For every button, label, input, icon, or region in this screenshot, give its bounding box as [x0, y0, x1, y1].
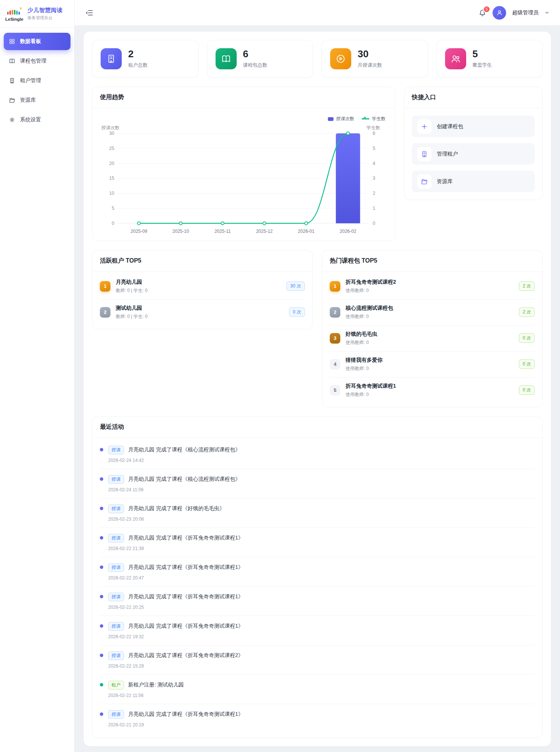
notification-bell-icon[interactable]: 5	[478, 9, 487, 17]
activity-timestamp: 2026-02-21 20:19	[108, 722, 243, 728]
activity-dot-icon	[100, 477, 103, 481]
svg-text:授课次数: 授课次数	[101, 125, 119, 130]
building-icon	[106, 53, 116, 64]
rank-badge: 2	[100, 307, 110, 318]
dashboard-icon	[9, 38, 15, 45]
sidebar: LeSingle 少儿智慧阅读 服务管理后台 数据看板 课程包管理 租户管理	[0, 0, 75, 752]
package-rank-row[interactable]: 5 折耳兔奇奇测试课程1 使用教师: 0 0 次	[330, 377, 535, 403]
activity-row[interactable]: 授课 月亮幼儿园 完成了课程《折耳兔奇奇测试课程2》 2026-02-22 15…	[100, 645, 535, 674]
usage-count-chip: 0 次	[519, 385, 535, 395]
sidebar-menu: 数据看板 课程包管理 租户管理 资源库 系统设置	[0, 28, 74, 136]
rank-badge: 5	[330, 385, 340, 396]
svg-text:2: 2	[373, 191, 375, 196]
panel-title: 活跃租户 TOP5	[92, 251, 312, 272]
user-avatar[interactable]	[493, 6, 506, 20]
activity-timestamp: 2026-02-22 20:47	[108, 575, 243, 581]
activity-row[interactable]: 授课 月亮幼儿园 完成了课程《折耳兔奇奇测试课程1》 2026-02-22 20…	[100, 557, 535, 586]
activity-dot-icon	[100, 566, 103, 569]
recent-activities-panel: 最近活动 授课 月亮幼儿园 完成了课程《核心流程测试课程包》	[92, 416, 543, 738]
rank-badge: 1	[330, 281, 340, 292]
activity-text: 月亮幼儿园 完成了课程《好饿的毛毛虫》	[128, 505, 225, 512]
activity-dot-icon	[100, 448, 103, 451]
stat-label: 课程包总数	[243, 62, 268, 69]
quick-entry-label: 创建课程包	[437, 123, 463, 130]
svg-text:25: 25	[109, 146, 115, 151]
stat-label: 月授课次数	[358, 62, 382, 69]
activity-dot-icon	[100, 654, 103, 657]
quick-entry-item[interactable]: 创建课程包	[412, 116, 535, 137]
legend-line-series[interactable]: 学生数	[362, 116, 386, 122]
user-icon	[496, 9, 503, 16]
stat-card: 5 覆盖学生	[436, 40, 543, 78]
activity-dot-icon	[100, 507, 103, 510]
stat-value: 30	[358, 49, 382, 59]
svg-text:学生数: 学生数	[367, 125, 380, 130]
svg-text:2026-02: 2026-02	[340, 229, 356, 234]
sidebar-collapse-button[interactable]	[85, 9, 93, 17]
activity-row[interactable]: 授课 月亮幼儿园 完成了课程《好饿的毛毛虫》 2026-02-23 20:06	[100, 498, 535, 527]
sidebar-item-label: 数据看板	[20, 38, 41, 45]
svg-text:0: 0	[373, 221, 375, 226]
plus-icon	[421, 123, 428, 130]
activity-row[interactable]: 授课 月亮幼儿园 完成了课程《折耳兔奇奇测试课程1》 2026-02-22 20…	[100, 586, 535, 616]
activity-row[interactable]: 授课 月亮幼儿园 完成了课程《折耳兔奇奇测试课程1》 2026-02-21 20…	[100, 704, 535, 733]
package-rank-row[interactable]: 2 核心流程测试课程包 使用教师: 0 2 次	[330, 299, 535, 325]
sidebar-item[interactable]: 数据看板	[4, 33, 70, 50]
quick-entry-label: 管理租户	[437, 151, 458, 157]
app-title: 少儿智慧阅读	[28, 7, 63, 14]
quick-entry-panel: 快捷入口 创建课程包	[404, 87, 543, 200]
activity-text: 月亮幼儿园 完成了课程《折耳兔奇奇测试课程1》	[128, 623, 243, 630]
sidebar-item-label: 资源库	[20, 97, 36, 104]
usage-count-chip: 2 次	[519, 307, 535, 317]
stat-value: 2	[128, 49, 148, 59]
tenant-rank-row[interactable]: 2 测试幼儿园 教师: 0 | 学生: 0 0 次	[100, 299, 305, 325]
active-tenants-panel: 活跃租户 TOP5 1 月亮幼儿园 教师: 0 | 学生: 0 30 次	[92, 250, 313, 329]
package-meta: 使用教师: 0	[346, 287, 514, 294]
legend-bar-series[interactable]: 授课次数	[328, 116, 354, 122]
activity-tag: 授课	[108, 563, 124, 572]
package-name: 猜猜我有多爱你	[346, 357, 514, 364]
activity-timestamp: 2026-02-22 15:29	[108, 663, 243, 669]
activity-timestamp: 2026-02-24 14:42	[108, 458, 240, 463]
activity-timestamp: 2026-02-22 20:25	[108, 605, 243, 610]
users-icon	[450, 53, 461, 64]
svg-text:5: 5	[373, 146, 375, 151]
sidebar-item[interactable]: 课程包管理	[4, 52, 70, 70]
activity-row[interactable]: 租户 新租户注册: 测试幼儿园 2026-02-22 11:56	[100, 674, 535, 704]
tenant-meta: 教师: 0 | 学生: 0	[116, 313, 284, 320]
package-meta: 使用教师: 0	[346, 313, 514, 320]
dashboard-shell: 2 租户总数 6 课程包总数	[84, 32, 551, 746]
activity-row[interactable]: 授课 月亮幼儿园 完成了课程《折耳兔奇奇测试课程1》 2026-02-22 19…	[100, 616, 535, 645]
activity-tag: 租户	[108, 681, 124, 689]
sidebar-item[interactable]: 租户管理	[4, 72, 70, 89]
rank-badge: 2	[330, 307, 340, 318]
panel-title: 快捷入口	[404, 87, 542, 108]
rank-badge: 4	[330, 359, 340, 370]
app-subtitle: 服务管理后台	[28, 15, 63, 21]
sidebar-item[interactable]: 系统设置	[4, 111, 70, 128]
bar-swatch-icon	[328, 117, 334, 121]
tenant-rank-row[interactable]: 1 月亮幼儿园 教师: 0 | 学生: 0 30 次	[100, 274, 305, 299]
book-icon	[221, 53, 231, 64]
svg-text:2025-12: 2025-12	[256, 229, 272, 234]
activity-row[interactable]: 授课 月亮幼儿园 完成了课程《核心流程测试课程包》 2026-02-24 14:…	[100, 440, 535, 469]
package-rank-row[interactable]: 1 折耳兔奇奇测试课程2 使用教师: 0 2 次	[330, 274, 535, 299]
activity-row[interactable]: 授课 月亮幼儿园 完成了课程《折耳兔奇奇测试课程1》 2026-02-22 21…	[100, 527, 535, 557]
package-name: 折耳兔奇奇测试课程2	[346, 279, 514, 286]
package-rank-row[interactable]: 4 猜猜我有多爱你 使用教师: 0 0 次	[330, 351, 535, 377]
folder-icon	[9, 97, 15, 104]
building-icon	[9, 77, 15, 84]
folder-icon	[421, 178, 428, 185]
package-rank-row[interactable]: 3 好饿的毛毛虫 使用教师: 0 0 次	[330, 325, 535, 351]
activity-tag: 授课	[108, 651, 124, 660]
activity-row[interactable]: 授课 月亮幼儿园 完成了课程《核心流程测试课程包》 2026-02-24 11:…	[100, 469, 535, 498]
activity-timestamp: 2026-02-22 11:56	[108, 693, 184, 698]
quick-entry-item[interactable]: 资源库	[412, 171, 535, 192]
quick-entry-item[interactable]: 管理租户	[412, 143, 535, 165]
usage-trend-panel: 使用趋势 授课次数 学生数 00511021532	[92, 87, 395, 241]
svg-text:5: 5	[112, 206, 114, 211]
chevron-down-icon[interactable]	[545, 10, 549, 15]
sidebar-item[interactable]: 资源库	[4, 92, 70, 109]
usage-count-chip: 30 次	[286, 281, 305, 291]
activity-timestamp: 2026-02-24 11:06	[108, 487, 240, 492]
